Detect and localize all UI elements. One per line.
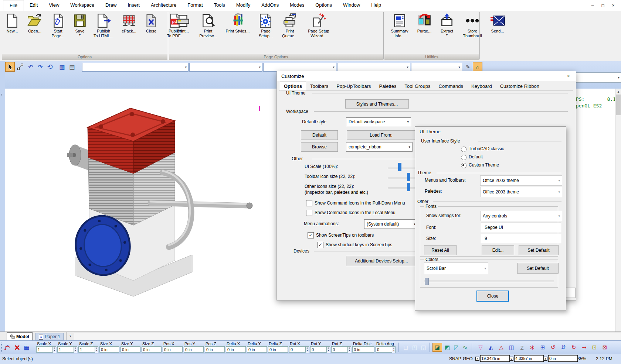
size-y-input[interactable] [121, 346, 140, 353]
restore-button[interactable]: □ [599, 3, 607, 8]
menu-animations-combo[interactable]: (System default)▾ [364, 219, 418, 229]
workplane-by-entity-button[interactable]: ∿ [461, 343, 469, 351]
scale-x-spinner[interactable]: ▴▾ [53, 346, 56, 353]
scale-z-spinner[interactable]: ▴▾ [95, 346, 98, 353]
copy-tool-icon[interactable]: ⇢ [580, 343, 588, 351]
screentips-checkbox[interactable]: ✓ [308, 232, 314, 238]
mirror-tool-icon[interactable]: ⊠ [600, 343, 609, 351]
pos-y-input[interactable] [184, 346, 204, 353]
ui-scale-slider[interactable] [388, 168, 416, 169]
epack-button[interactable]: ePack... [118, 13, 140, 34]
workplane-by-face-button[interactable]: ◪ [432, 343, 442, 352]
ui-scale-slider-thumb[interactable] [398, 163, 401, 171]
x-coord-icon[interactable]: x [475, 357, 479, 361]
redo-loop-button[interactable]: ⟲ [45, 62, 55, 72]
rot-y-spinner[interactable]: ▴▾ [327, 346, 330, 353]
turbocad-classic-radio[interactable] [461, 147, 466, 152]
undo-button[interactable]: ↶ [26, 62, 35, 72]
selection-tool-button[interactable] [3, 343, 12, 352]
fit-tool-icon[interactable]: ⊞ [538, 343, 547, 351]
tab-model[interactable]: Model [7, 332, 33, 340]
browse-button[interactable]: Browse [301, 142, 338, 152]
menu-help[interactable]: Help [366, 0, 387, 11]
print-queue-button[interactable]: Print Queue... [279, 13, 301, 39]
hidden-line-mode-icon[interactable]: ◰ [410, 343, 419, 351]
menu-architecture[interactable]: Architecture [145, 0, 182, 11]
print-button[interactable]: Print... [172, 13, 194, 34]
layers-button[interactable]: ▤ [67, 62, 77, 72]
pos-z-input[interactable] [205, 346, 225, 353]
delta-ang-input[interactable] [376, 346, 392, 353]
menu-tools[interactable]: Tools [208, 0, 231, 11]
default-style-combo[interactable]: Default workspace▾ [346, 117, 411, 126]
pos-x-input[interactable] [163, 346, 183, 353]
scale-z-input[interactable] [78, 346, 95, 353]
page-setup-wizard-button[interactable]: Page Setup Wizard... [303, 13, 334, 39]
hidden-button-sliver[interactable] [566, 288, 576, 298]
lock-tool-icon[interactable]: ⊡ [590, 343, 599, 351]
styles-and-themes-button[interactable]: Styles and Themes... [345, 99, 409, 109]
linestyle-combo[interactable]: ▾ [263, 63, 336, 72]
other-icons-slider-thumb[interactable] [407, 183, 410, 191]
size-input[interactable] [484, 236, 561, 241]
scale-y-input[interactable] [57, 346, 74, 353]
minimize-button[interactable]: – [588, 3, 597, 8]
redo-button[interactable]: ↷ [35, 62, 45, 72]
menu-options[interactable]: Options [310, 0, 337, 11]
delta-tool-icon[interactable]: △ [497, 343, 506, 351]
menu-edit[interactable]: Edit [24, 0, 43, 11]
snap-indicator[interactable]: SNAP [449, 356, 461, 361]
font-input[interactable] [484, 224, 561, 230]
menu-draw[interactable]: Draw [100, 0, 122, 11]
print-preview-button[interactable]: Print Preview... [196, 13, 220, 39]
save-dropdown-caret[interactable]: ▾ [79, 34, 81, 36]
other-icons-slider[interactable] [388, 188, 416, 189]
z-coord-input[interactable] [548, 355, 578, 362]
publish-html-button[interactable]: Publish To HTML... [91, 13, 116, 39]
panel-close-button[interactable]: Close [476, 291, 509, 302]
assemble-tool-icon[interactable]: ◫ [507, 343, 516, 351]
rot-z-spinner[interactable]: ▴▾ [348, 346, 351, 353]
linewidth-combo[interactable]: ▾ [337, 63, 410, 72]
toolbar-icon-slider[interactable] [388, 178, 416, 179]
menu-window[interactable]: Window [337, 0, 366, 11]
edit-button[interactable]: Edit... [482, 245, 514, 255]
default-style-radio[interactable] [461, 155, 466, 160]
additional-devices-button[interactable]: Additional Devices Setup... [346, 256, 417, 266]
workspace-file-combo[interactable]: complete_ribbon▾ [346, 142, 413, 152]
align-tool-icon[interactable]: ◭ [486, 343, 495, 351]
docked-combo[interactable]: ▾ [576, 72, 621, 83]
extract-dropdown-caret[interactable]: ▾ [446, 34, 448, 36]
inspector-table-button[interactable]: ▦ [22, 343, 31, 352]
select-tool-button[interactable] [5, 62, 15, 72]
workplane-by-view-button[interactable]: ◸ [452, 343, 461, 351]
shaded-mode-icon[interactable]: ◱ [419, 343, 428, 351]
dialog-close-icon[interactable]: × [567, 73, 576, 79]
menu-modify[interactable]: Modify [231, 0, 256, 11]
fonts-set-default-button[interactable]: Set Default [519, 245, 559, 255]
horizontal-scrollbar[interactable] [74, 333, 621, 341]
print-styles-button[interactable]: Print Styles... [223, 13, 253, 34]
tab-paper-1[interactable]: 1 Paper 1 [35, 333, 64, 340]
x-coord-input[interactable] [480, 355, 510, 362]
engine-3d-model[interactable] [65, 98, 257, 323]
y-coord-input[interactable] [514, 355, 544, 362]
scale-x-input[interactable] [36, 346, 53, 353]
menu-view[interactable]: View [43, 0, 65, 11]
rot-z-input[interactable] [331, 346, 348, 353]
move-vertical-tool-icon[interactable]: ⇵ [559, 343, 568, 351]
rotate-ccw-tool-icon[interactable]: ↺ [549, 343, 557, 351]
colors-set-default-button[interactable]: Set Default [517, 263, 559, 274]
custom-theme-radio[interactable] [461, 163, 466, 168]
palettes-theme-combo[interactable]: Office 2003 theme▾ [480, 187, 562, 197]
local-menu-icons-checkbox[interactable] [306, 210, 312, 216]
size-z-input[interactable] [142, 346, 162, 353]
shortcut-keys-checkbox[interactable]: ✓ [317, 242, 323, 248]
up-arrow-icon[interactable]: ↑ [0, 92, 3, 97]
customize-dialog-titlebar[interactable]: Customize × [277, 71, 576, 81]
delta-x-input[interactable] [226, 346, 246, 353]
layer-combo[interactable]: ▾ [189, 63, 262, 72]
store-thumbnail-button[interactable]: Store Thumbnail [459, 13, 486, 39]
toolbar-icon-slider-thumb[interactable] [407, 173, 410, 181]
purge-button[interactable]: Purge... [414, 13, 435, 34]
